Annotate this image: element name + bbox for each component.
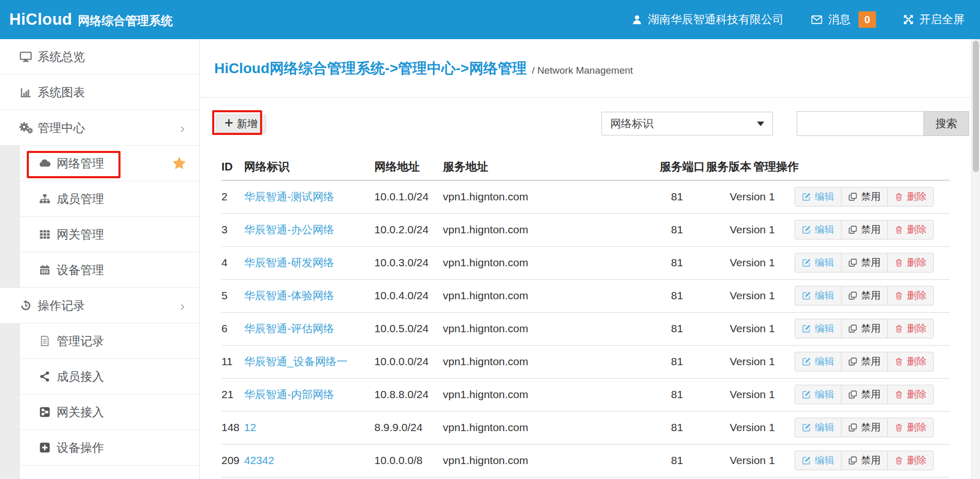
table-row: 6 华辰智通-评估网络 10.0.5.0/24 vpn1.hignton.com… (221, 312, 950, 345)
row-actions: 编辑 禁用 删除 (795, 418, 934, 437)
delete-button[interactable]: 删除 (887, 253, 934, 272)
disable-button[interactable]: 禁用 (841, 286, 888, 305)
search-input[interactable] (797, 111, 923, 136)
delete-button[interactable]: 删除 (887, 451, 934, 470)
plus-square-icon (38, 441, 51, 454)
row-actions: 编辑 禁用 删除 (795, 220, 934, 239)
topbar: HiCloud 网络综合管理系统 湖南华辰智通科技有限公司 消息 0 (0, 0, 980, 39)
network-name-link[interactable]: 华辰智通-评估网络 (244, 322, 334, 334)
network-table-body: 2 华辰智通-测试网络 10.0.1.0/24 vpn1.hignton.com… (221, 180, 950, 477)
bar-chart-icon (19, 86, 33, 99)
column-header-service-port: 服务端口 (660, 153, 706, 180)
delete-button[interactable]: 删除 (887, 286, 934, 305)
sidebar-item-member-management[interactable]: 成员管理 (0, 181, 199, 217)
edit-button[interactable]: 编辑 (795, 418, 841, 437)
sidebar-item-management-center[interactable]: 管理中心 (0, 110, 199, 146)
edit-button[interactable]: 编辑 (795, 352, 841, 371)
network-name-link[interactable]: 华辰智通_设备网络一 (244, 355, 348, 367)
sidebar-inset-strip (0, 217, 19, 252)
edit-button[interactable]: 编辑 (795, 385, 841, 404)
network-name-link[interactable]: 42342 (244, 454, 274, 466)
sidebar-inset-strip (0, 359, 19, 395)
account-menu[interactable]: 湖南华辰智通科技有限公司 (631, 12, 784, 27)
cell-actions: 编辑 禁用 删除 (753, 444, 950, 477)
sidebar-inset-strip (0, 146, 19, 181)
company-name: 湖南华辰智通科技有限公司 (648, 12, 784, 27)
disable-button[interactable]: 禁用 (841, 352, 888, 371)
share-square-icon (38, 406, 51, 418)
cell-service-port: 81 (660, 444, 706, 477)
column-header-network-name: 网络标识 (244, 153, 374, 180)
delete-button[interactable]: 删除 (887, 385, 934, 404)
edit-button[interactable]: 编辑 (795, 319, 841, 338)
sidebar-item-device-operations[interactable]: 设备操作 (0, 430, 199, 466)
column-header-actions: 管理操作 (753, 153, 950, 180)
trash-icon (895, 390, 903, 399)
cell-network-name: 华辰智通_设备网络一 (244, 345, 374, 378)
fullscreen-toggle[interactable]: 开启全屏 (903, 12, 965, 27)
delete-button[interactable]: 删除 (887, 220, 934, 239)
sidebar-item-system-charts[interactable]: 系统图表 (0, 75, 199, 110)
brand-name: HiCloud (9, 10, 72, 29)
edit-button[interactable]: 编辑 (795, 286, 841, 305)
filter-dropdown[interactable]: 网络标识 (601, 112, 773, 135)
network-name-link[interactable]: 华辰智通-测试网络 (244, 191, 334, 202)
sidebar-inset-strip (0, 181, 19, 217)
messages-menu[interactable]: 消息 0 (811, 11, 876, 28)
add-button[interactable]: 新增 (216, 114, 266, 133)
search-button[interactable]: 搜索 (923, 111, 969, 136)
cell-actions: 编辑 禁用 删除 (753, 180, 950, 213)
network-name-link[interactable]: 12 (244, 421, 256, 433)
delete-button[interactable]: 删除 (887, 319, 934, 338)
trash-icon (895, 423, 903, 432)
column-header-service-address: 服务地址 (443, 153, 660, 180)
gears-icon (19, 122, 33, 134)
disable-button[interactable]: 禁用 (841, 418, 888, 437)
edit-button[interactable]: 编辑 (795, 220, 841, 239)
cell-service-address: vpn1.hignton.com (443, 180, 660, 213)
sidebar-item-operation-records[interactable]: 操作记录 (0, 288, 199, 323)
table-row: 209 42342 10.0.0.0/8 vpn1.hignton.com 81… (221, 444, 950, 477)
table-row: 3 华辰智通-办公网络 10.0.2.0/24 vpn1.hignton.com… (221, 213, 950, 246)
sidebar-item-management-records[interactable]: 管理记录 (0, 323, 199, 359)
edit-button[interactable]: 编辑 (795, 253, 841, 272)
cell-service-port: 81 (660, 345, 706, 378)
network-name-link[interactable]: 华辰智通-研发网络 (244, 256, 334, 268)
cell-service-version: Version 1 (706, 345, 753, 378)
sidebar-item-system-overview[interactable]: 系统总览 (0, 39, 199, 75)
disable-button[interactable]: 禁用 (841, 187, 888, 207)
delete-button[interactable]: 删除 (887, 187, 934, 207)
edit-button[interactable]: 编辑 (795, 451, 841, 470)
sidebar-item-gateway-management[interactable]: 网关管理 (0, 217, 199, 252)
cell-network-address: 10.0.2.0/24 (374, 213, 443, 246)
delete-button[interactable]: 删除 (887, 418, 934, 437)
disable-button[interactable]: 禁用 (841, 451, 888, 470)
history-icon (19, 299, 33, 312)
trash-icon (895, 357, 903, 366)
vertical-scrollbar[interactable] (971, 39, 980, 479)
disable-button[interactable]: 禁用 (841, 253, 888, 272)
network-name-link[interactable]: 华辰智通-体验网络 (244, 289, 334, 301)
scrollbar-thumb[interactable] (973, 41, 979, 172)
app-window: HiCloud 网络综合管理系统 湖南华辰智通科技有限公司 消息 0 (0, 0, 980, 479)
disable-button[interactable]: 禁用 (841, 319, 888, 338)
sidebar-item-member-access[interactable]: 成员接入 (0, 359, 199, 395)
network-table: ID 网络标识 网络地址 服务地址 服务端口 服务版本 管理操作 2 华辰智通-… (221, 153, 950, 477)
edit-button[interactable]: 编辑 (795, 187, 841, 207)
cell-network-name: 华辰智通-评估网络 (244, 312, 374, 345)
disable-button[interactable]: 禁用 (841, 385, 888, 404)
calendar-icon (38, 264, 51, 276)
sidebar-item-gateway-access[interactable]: 网关接入 (0, 395, 199, 430)
edit-icon (802, 258, 811, 267)
edit-icon (802, 390, 811, 399)
clone-icon (848, 456, 857, 465)
sidebar-item-network-management[interactable]: 网络管理 (0, 146, 199, 181)
cell-service-address: vpn1.hignton.com (443, 411, 660, 444)
cell-service-address: vpn1.hignton.com (443, 378, 660, 411)
delete-button[interactable]: 删除 (887, 352, 934, 371)
cell-id: 4 (221, 246, 244, 279)
network-name-link[interactable]: 华辰智通-办公网络 (244, 224, 334, 235)
network-name-link[interactable]: 华辰智通-内部网络 (244, 388, 334, 400)
disable-button[interactable]: 禁用 (841, 220, 888, 239)
sidebar-item-device-management[interactable]: 设备管理 (0, 252, 199, 288)
